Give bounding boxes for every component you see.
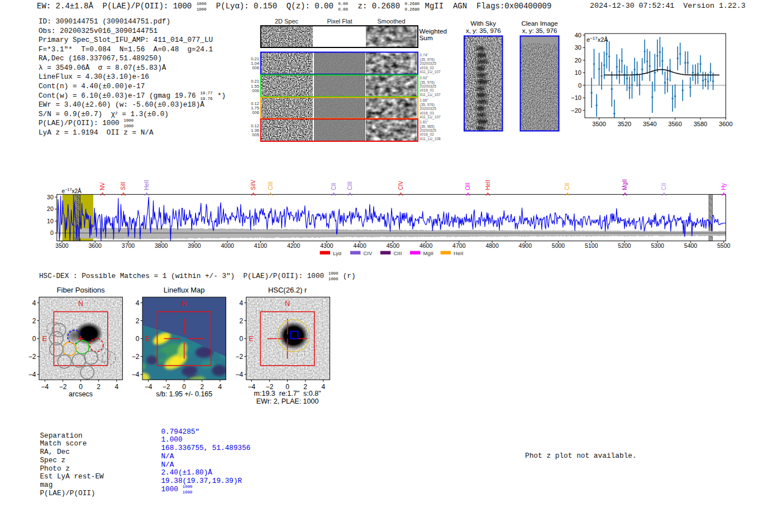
svg-text:e−17x2Å: e−17x2Å <box>62 187 82 194</box>
svg-text:4: 4 <box>136 299 140 307</box>
svg-text:NV: NV <box>99 182 106 190</box>
svg-text:Clean Image: Clean Image <box>521 20 557 27</box>
svg-text:SiII: SiII <box>120 182 126 190</box>
svg-text:5000: 5000 <box>552 242 565 249</box>
svg-text:3560: 3560 <box>668 121 681 127</box>
svg-text:20: 20 <box>47 205 54 212</box>
svg-text:−4: −4 <box>145 383 152 391</box>
svg-text:2: 2 <box>136 317 140 325</box>
svg-text:Lyα: Lyα <box>333 250 342 256</box>
svg-text:3800: 3800 <box>155 242 168 249</box>
svg-text:−4: −4 <box>28 371 36 378</box>
svg-text:10: 10 <box>575 69 581 76</box>
svg-text:10: 10 <box>47 218 54 224</box>
svg-text:0: 0 <box>578 82 581 89</box>
svg-text:5300: 5300 <box>651 242 665 249</box>
svg-text:4000: 4000 <box>221 242 235 249</box>
svg-text:3500: 3500 <box>55 242 69 249</box>
svg-text:x, y: 35, 976: x, y: 35, 976 <box>522 27 557 34</box>
svg-text:4500: 4500 <box>387 242 400 249</box>
svg-text:5400: 5400 <box>684 242 698 249</box>
svg-text:CII: CII <box>564 183 570 190</box>
svg-text:Fiber Positions: Fiber Positions <box>57 286 105 294</box>
svg-text:4200: 4200 <box>287 242 301 249</box>
svg-text:006: 006 <box>252 110 259 115</box>
svg-text:411_LU_108: 411_LU_108 <box>420 137 441 141</box>
svg-text:e−17x2Å: e−17x2Å <box>586 36 608 43</box>
svg-text:006: 006 <box>252 65 259 70</box>
svg-text:−2: −2 <box>28 353 36 361</box>
svg-text:5200: 5200 <box>618 242 631 249</box>
svg-text:CII: CII <box>661 183 667 190</box>
svg-text:HeII: HeII <box>485 180 491 190</box>
svg-text:4900: 4900 <box>519 242 532 249</box>
svg-text:3580: 3580 <box>694 121 707 127</box>
svg-text:MgII: MgII <box>622 179 628 190</box>
svg-text:x, y: 35, 976: x, y: 35, 976 <box>466 27 501 34</box>
svg-text:N: N <box>78 300 83 308</box>
svg-text:CIII: CIII <box>347 181 353 190</box>
svg-text:20200325: 20200325 <box>420 61 437 65</box>
svg-text:0: 0 <box>50 229 54 236</box>
svg-text:2: 2 <box>200 383 204 391</box>
svg-text:Smoothed: Smoothed <box>377 18 405 25</box>
svg-text:4: 4 <box>115 383 118 391</box>
svg-text:4100: 4100 <box>254 242 268 249</box>
svg-text:OII: OII <box>465 183 471 190</box>
svg-text:20: 20 <box>575 57 581 64</box>
svg-text:0: 0 <box>79 383 83 391</box>
svg-text:40: 40 <box>575 32 581 39</box>
svg-text:411_LU_107: 411_LU_107 <box>420 93 441 97</box>
svg-text:m:19.3 re:1.7" s:0.8": m:19.3 re:1.7" s:0.8" <box>254 390 321 397</box>
svg-text:−4: −4 <box>236 371 244 378</box>
svg-text:2: 2 <box>97 383 101 391</box>
svg-text:CIII: CIII <box>394 250 402 256</box>
svg-text:Sum: Sum <box>419 34 433 42</box>
svg-text:−2: −2 <box>163 383 170 391</box>
svg-text:2D Spec: 2D Spec <box>275 18 299 25</box>
svg-text:30: 30 <box>47 194 54 200</box>
svg-text:CII: CII <box>331 183 337 190</box>
svg-text:1.66": 1.66" <box>420 98 429 102</box>
svg-text:0: 0 <box>240 335 244 343</box>
svg-text:HeII: HeII <box>454 250 463 256</box>
svg-text:N: N <box>285 300 290 308</box>
svg-text:HeII: HeII <box>144 180 150 190</box>
svg-text:3600: 3600 <box>719 121 732 127</box>
svg-text:MgII: MgII <box>423 250 433 256</box>
svg-text:5100: 5100 <box>585 242 598 249</box>
svg-text:−2: −2 <box>59 383 67 391</box>
svg-text:3540: 3540 <box>643 121 656 127</box>
svg-text:arcsecs: arcsecs <box>69 390 93 398</box>
svg-text:Hy: Hy <box>721 183 727 190</box>
svg-text:CIV: CIV <box>364 250 373 256</box>
svg-text:−2: −2 <box>236 353 244 361</box>
svg-text:3500: 3500 <box>592 121 605 127</box>
svg-text:4: 4 <box>218 383 222 391</box>
svg-text:2: 2 <box>240 317 244 325</box>
svg-text:006: 006 <box>252 88 259 93</box>
svg-text:005: 005 <box>252 132 259 137</box>
svg-text:4: 4 <box>321 383 325 391</box>
svg-text:3700: 3700 <box>122 242 135 249</box>
svg-text:30: 30 <box>575 44 581 51</box>
svg-text:0: 0 <box>136 335 140 343</box>
svg-text:3900: 3900 <box>188 242 201 249</box>
svg-text:N: N <box>182 300 187 308</box>
svg-text:4600: 4600 <box>419 242 433 249</box>
svg-text:5500: 5500 <box>717 242 731 249</box>
svg-text:With Sky: With Sky <box>471 20 497 27</box>
svg-text:−4: −4 <box>132 371 140 378</box>
svg-text:CIII: CIII <box>268 181 274 190</box>
svg-text:s/b: 1.95 +/- 0.165: s/b: 1.95 +/- 0.165 <box>156 390 212 398</box>
svg-text:411_LU_107: 411_LU_107 <box>420 115 441 119</box>
svg-text:20200325: 20200325 <box>420 107 437 111</box>
svg-text:4300: 4300 <box>320 242 333 249</box>
svg-text:Lineflux Map: Lineflux Map <box>164 286 205 294</box>
svg-text:−4: −4 <box>41 383 49 391</box>
svg-text:0: 0 <box>182 383 186 391</box>
svg-text:−20: −20 <box>571 107 581 114</box>
svg-text:E: E <box>249 335 253 343</box>
svg-text:3600: 3600 <box>89 242 102 249</box>
svg-text:4800: 4800 <box>485 242 499 249</box>
